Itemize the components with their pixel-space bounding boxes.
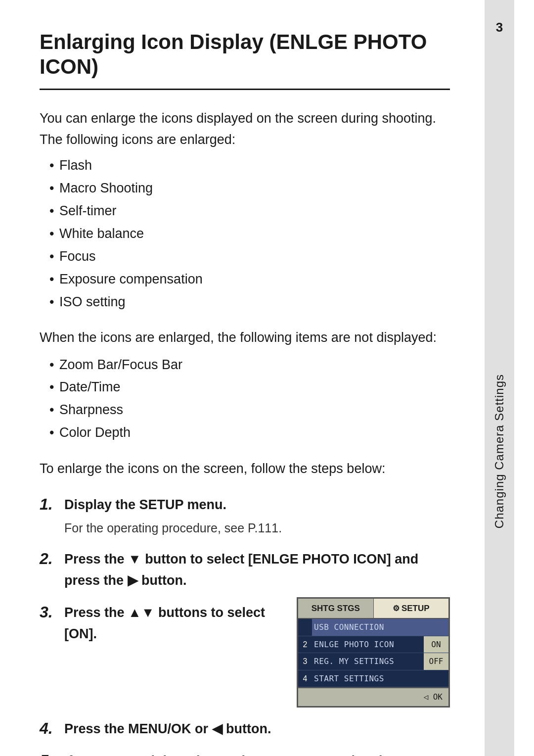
list-item: Zoom Bar/Focus Bar [49, 354, 450, 377]
list-item: Color Depth [49, 422, 450, 444]
row-num: 4 [298, 670, 312, 687]
step-3-content: Press the ▲▼ buttons to select [ON]. SHT… [64, 602, 450, 708]
row-value: ON [424, 636, 448, 653]
setup-icon: ⚙ [393, 602, 400, 615]
row-label: REG. MY SETTINGS [312, 653, 424, 670]
list-item: Sharpness [49, 399, 450, 422]
list-item: Flash [49, 154, 450, 177]
steps-section: 1. Display the SETUP menu. For the opera… [40, 494, 450, 756]
step-3: 3. Press the ▲▼ buttons to select [ON]. … [40, 602, 450, 708]
step-2-number: 2. [40, 549, 64, 568]
page-title: Enlarging Icon Display (ENLGE PHOTO ICON… [40, 30, 450, 90]
step-5-main: If you pressed the ◀ button in Step 4, p… [64, 754, 395, 756]
row-label: ENLGE PHOTO ICON [312, 636, 424, 653]
camera-screen-header: SHTG STGS ⚙ SETUP [298, 599, 448, 619]
step-2-main: Press the ▼ button to select [ENLGE PHOT… [64, 552, 418, 588]
step-1-number: 1. [40, 494, 64, 514]
camera-tab-shtg: SHTG STGS [298, 599, 374, 618]
not-displayed-list: Zoom Bar/Focus Bar Date/Time Sharpness C… [49, 354, 450, 445]
step-5-content: If you pressed the ◀ button in Step 4, p… [64, 751, 450, 756]
row-num: 3 [298, 653, 312, 670]
side-tab-label: Changing Camera Settings [492, 374, 506, 528]
step-4-number: 4. [40, 718, 64, 738]
step-1-content: Display the SETUP menu. For the operatin… [64, 494, 450, 537]
row-num [298, 625, 312, 629]
camera-tab-setup: ⚙ SETUP [374, 599, 449, 618]
step-4: 4. Press the MENU/OK or ◀ button. [40, 718, 450, 740]
camera-row-4: 4 START SETTINGS [298, 670, 448, 688]
camera-screen-footer: ◁ OK [298, 687, 448, 706]
list-item: Macro Shooting [49, 177, 450, 200]
side-tab-number: 3 [485, 20, 514, 35]
camera-row-3: 3 REG. MY SETTINGS OFF [298, 653, 448, 670]
row-label: USB CONNECTION [312, 619, 448, 636]
step-1-sub: For the operating procedure, see P.111. [64, 518, 450, 538]
camera-screen: SHTG STGS ⚙ SETUP USB CONNECTION [297, 597, 450, 708]
camera-screen-rows: USB CONNECTION 2 ENLGE PHOTO ICON ON 3 R… [298, 619, 448, 687]
row-label: START SETTINGS [312, 670, 448, 687]
list-item: Exposure compensation [49, 268, 450, 291]
step-2: 2. Press the ▼ button to select [ENLGE P… [40, 549, 450, 591]
camera-row-2: 2 ENLGE PHOTO ICON ON [298, 636, 448, 654]
step-5: 5. If you pressed the ◀ button in Step 4… [40, 751, 450, 756]
step-3-number: 3. [40, 602, 64, 621]
step-4-main: Press the MENU/OK or ◀ button. [64, 721, 271, 736]
side-tab: 3 Changing Camera Settings [485, 0, 514, 756]
list-item: ISO setting [49, 291, 450, 314]
step-3-main: Press the ▲▼ buttons to select [ON]. [64, 605, 265, 641]
list-item: Date/Time [49, 376, 450, 399]
step-5-number: 5. [40, 751, 64, 756]
camera-row-1: USB CONNECTION [298, 619, 448, 636]
list-item: White balance [49, 223, 450, 245]
intro-paragraph1: You can enlarge the icons displayed on t… [40, 108, 450, 150]
step-1: 1. Display the SETUP menu. For the opera… [40, 494, 450, 537]
step-1-main: Display the SETUP menu. [64, 497, 226, 512]
intro-paragraph3: To enlarge the icons on the screen, foll… [40, 458, 450, 479]
intro-paragraph2: When the icons are enlarged, the followi… [40, 327, 450, 348]
step-2-content: Press the ▼ button to select [ENLGE PHOT… [64, 549, 450, 591]
step-4-content: Press the MENU/OK or ◀ button. [64, 718, 450, 740]
list-item: Self-timer [49, 200, 450, 223]
enlarged-icons-list: Flash Macro Shooting Self-timer White ba… [49, 154, 450, 313]
row-num: 2 [298, 636, 312, 653]
row-value: OFF [424, 653, 448, 670]
list-item: Focus [49, 245, 450, 268]
